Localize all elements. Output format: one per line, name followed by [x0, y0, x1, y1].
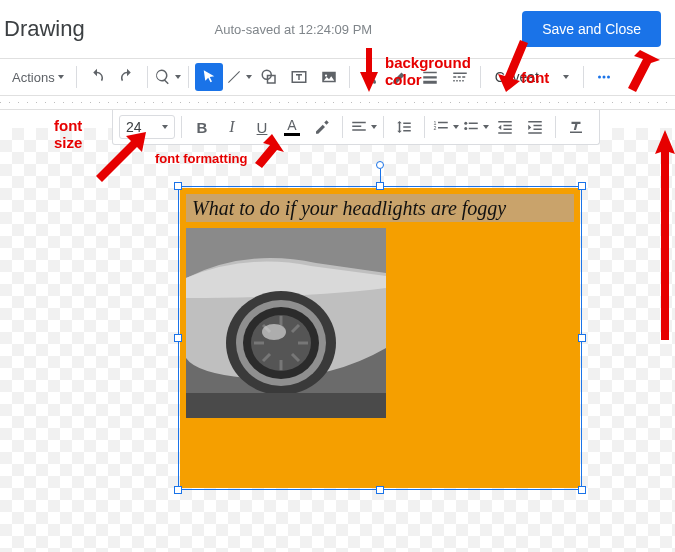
image-tool[interactable]: [315, 63, 343, 91]
resize-handle[interactable]: [578, 334, 586, 342]
svg-rect-38: [534, 125, 542, 127]
resize-handle[interactable]: [174, 486, 182, 494]
svg-text:2: 2: [433, 125, 436, 131]
rotate-handle[interactable]: [376, 161, 384, 169]
chevron-down-icon: [246, 75, 252, 79]
resize-handle[interactable]: [174, 182, 182, 190]
highlight-color-button[interactable]: [308, 113, 336, 141]
chevron-down-icon: [483, 125, 489, 129]
ruler: [0, 96, 675, 110]
chevron-down-icon: [162, 125, 168, 129]
underline-button[interactable]: U: [248, 113, 276, 141]
resize-handle[interactable]: [376, 182, 384, 190]
svg-rect-13: [456, 80, 458, 82]
svg-rect-35: [504, 129, 512, 131]
svg-rect-15: [462, 80, 464, 82]
align-button[interactable]: [349, 113, 377, 141]
clear-formatting-button[interactable]: [562, 113, 590, 141]
svg-rect-11: [462, 76, 465, 78]
chevron-down-icon: [371, 125, 377, 129]
svg-rect-24: [403, 130, 411, 132]
svg-rect-7: [423, 81, 437, 84]
undo-button[interactable]: [83, 63, 111, 91]
font-name-label: Caveat: [495, 69, 539, 85]
select-tool[interactable]: [195, 63, 223, 91]
autosave-status: Auto-saved at 12:24:09 PM: [215, 22, 373, 37]
actions-menu[interactable]: Actions: [6, 66, 70, 89]
svg-rect-5: [423, 72, 437, 74]
selection-outline: [178, 186, 582, 490]
actions-label: Actions: [12, 70, 55, 85]
svg-rect-8: [453, 73, 467, 75]
svg-rect-32: [468, 128, 477, 130]
svg-point-16: [598, 76, 601, 79]
border-color-button[interactable]: [386, 63, 414, 91]
svg-rect-10: [457, 76, 460, 78]
resize-handle[interactable]: [174, 334, 182, 342]
main-toolbar: Actions Caveat: [0, 59, 675, 96]
resize-handle[interactable]: [578, 182, 586, 190]
more-options-button[interactable]: [590, 63, 618, 91]
indent-decrease-button[interactable]: [491, 113, 519, 141]
numbered-list-button[interactable]: 12: [431, 113, 459, 141]
svg-rect-27: [438, 122, 448, 124]
svg-point-17: [602, 76, 605, 79]
border-dash-button[interactable]: [446, 63, 474, 91]
redo-button[interactable]: [113, 63, 141, 91]
italic-button[interactable]: I: [218, 113, 246, 141]
bold-button[interactable]: B: [188, 113, 216, 141]
chevron-down-icon: [58, 75, 64, 79]
resize-handle[interactable]: [376, 486, 384, 494]
svg-rect-39: [534, 129, 542, 131]
svg-rect-28: [438, 127, 448, 129]
text-format-toolbar: 24 B I U A 12: [112, 110, 600, 145]
fill-color-button[interactable]: [356, 63, 384, 91]
svg-rect-31: [468, 123, 477, 125]
svg-rect-37: [528, 121, 542, 123]
font-size-input[interactable]: 24: [119, 115, 175, 139]
svg-rect-6: [423, 76, 437, 78]
svg-rect-22: [403, 123, 411, 125]
line-tool[interactable]: [225, 63, 253, 91]
svg-rect-9: [453, 76, 456, 78]
dialog-title: Drawing: [4, 16, 85, 42]
svg-point-4: [325, 74, 327, 76]
resize-handle[interactable]: [578, 486, 586, 494]
chevron-down-icon: [563, 75, 569, 79]
textbox-tool[interactable]: [285, 63, 313, 91]
svg-point-29: [464, 122, 467, 125]
svg-point-18: [607, 76, 610, 79]
text-color-button[interactable]: A: [278, 113, 306, 141]
line-spacing-button[interactable]: [390, 113, 418, 141]
svg-rect-34: [504, 125, 512, 127]
save-and-close-button[interactable]: Save and Close: [522, 11, 661, 47]
drawing-canvas[interactable]: What to do if your headlights are foggy: [0, 128, 675, 552]
svg-rect-19: [352, 122, 366, 124]
indent-increase-button[interactable]: [521, 113, 549, 141]
zoom-button[interactable]: [154, 63, 182, 91]
font-size-value: 24: [126, 119, 142, 135]
svg-point-30: [464, 127, 467, 130]
svg-rect-21: [352, 129, 366, 131]
svg-rect-33: [498, 121, 512, 123]
border-weight-button[interactable]: [416, 63, 444, 91]
shape-tool[interactable]: [255, 63, 283, 91]
svg-rect-36: [498, 132, 512, 134]
font-family-select[interactable]: Caveat: [487, 67, 577, 87]
svg-rect-41: [570, 132, 582, 134]
svg-rect-40: [528, 132, 542, 134]
svg-rect-14: [459, 80, 461, 82]
svg-rect-20: [352, 126, 361, 128]
chevron-down-icon: [453, 125, 459, 129]
bulleted-list-button[interactable]: [461, 113, 489, 141]
chevron-down-icon: [175, 75, 181, 79]
svg-rect-12: [453, 80, 455, 82]
svg-rect-23: [403, 126, 411, 128]
